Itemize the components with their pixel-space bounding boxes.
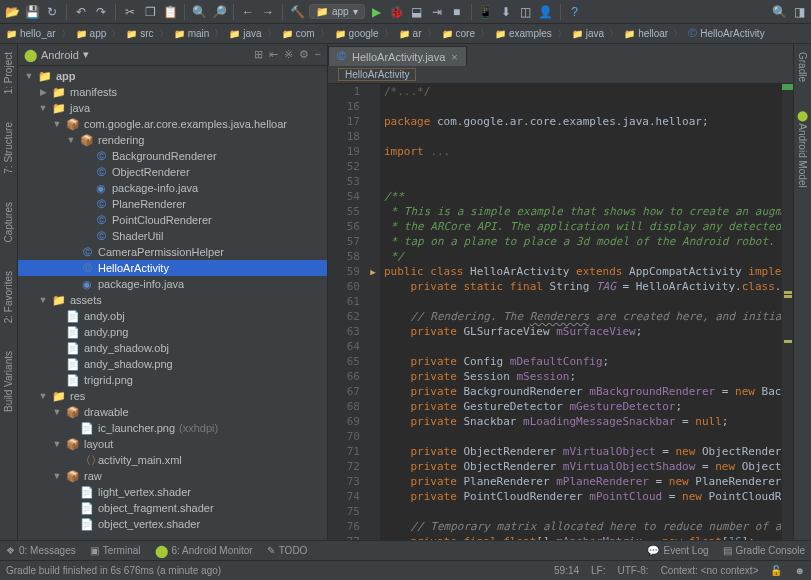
run-config-selector[interactable]: 📁app ▾ (309, 4, 365, 19)
encoding[interactable]: UTF-8: (618, 565, 649, 576)
tree-item[interactable]: ▼📁assets (18, 292, 327, 308)
editor-tab[interactable]: Ⓒ HelloArActivity.java × (328, 46, 467, 66)
tree-item[interactable]: 📄andy.png (18, 324, 327, 340)
tool-window-button[interactable]: Captures (2, 198, 15, 247)
sdk-icon[interactable]: ⬇ (498, 4, 514, 20)
tree-item[interactable]: 📄object_fragment.shader (18, 500, 327, 516)
breadcrumb-item[interactable]: 📁ar (399, 28, 422, 39)
error-stripe[interactable] (781, 84, 793, 540)
tree-item[interactable]: ▶📁manifests (18, 84, 327, 100)
cursor-position[interactable]: 59:14 (554, 565, 579, 576)
breadcrumb-item[interactable]: 📁app (76, 28, 107, 39)
forward-icon[interactable]: → (260, 4, 276, 20)
replace-icon[interactable]: 🔎 (211, 4, 227, 20)
tree-item[interactable]: 📄light_vertex.shader (18, 484, 327, 500)
context[interactable]: Context: <no context> (661, 565, 759, 576)
tree-item[interactable]: ▼📁java (18, 100, 327, 116)
find-icon[interactable]: 🔍 (191, 4, 207, 20)
breadcrumb-item[interactable]: 📁helloar (624, 28, 668, 39)
todo-tool[interactable]: ✎ TODO (267, 545, 308, 556)
search-everywhere-icon[interactable]: 🔍 (771, 4, 787, 20)
sync-icon[interactable]: ↻ (44, 4, 60, 20)
make-icon[interactable]: 🔨 (289, 4, 305, 20)
paste-icon[interactable]: 📋 (162, 4, 178, 20)
tree-item[interactable]: ⒸPlaneRenderer (18, 196, 327, 212)
layout-inspector-icon[interactable]: ◫ (518, 4, 534, 20)
code-content[interactable]: /*...*/ package com.google.ar.core.examp… (380, 84, 781, 540)
line-separator[interactable]: LF: (591, 565, 605, 576)
hide-icon[interactable]: − (315, 48, 321, 61)
flatten-icon[interactable]: ⊞ (254, 48, 263, 61)
save-icon[interactable]: 💾 (24, 4, 40, 20)
stop-icon[interactable]: ■ (449, 4, 465, 20)
breadcrumb-item[interactable]: 📁src (126, 28, 153, 39)
tree-item[interactable]: ▼📦com.google.ar.core.examples.java.hello… (18, 116, 327, 132)
tree-item[interactable]: ◉package-info.java (18, 276, 327, 292)
tool-window-button[interactable]: Gradle (796, 48, 809, 86)
back-icon[interactable]: ← (240, 4, 256, 20)
breadcrumb-item[interactable]: 📁java (572, 28, 604, 39)
breadcrumb-item[interactable]: 📁google (335, 28, 379, 39)
tree-item[interactable]: 〈〉activity_main.xml (18, 452, 327, 468)
gradle-console-tool[interactable]: ▤ Gradle Console (723, 545, 805, 556)
lock-icon[interactable]: 🔓 (770, 565, 782, 576)
open-icon[interactable]: 📂 (4, 4, 20, 20)
run-icon[interactable]: ▶ (369, 4, 385, 20)
breadcrumb-item[interactable]: ⒸHelloArActivity (688, 27, 764, 40)
breadcrumb-item[interactable]: 📁com (282, 28, 315, 39)
tree-item[interactable]: 📄trigrid.png (18, 372, 327, 388)
tree-item[interactable]: ⒸShaderUtil (18, 228, 327, 244)
tree-item[interactable]: ▼📦rendering (18, 132, 327, 148)
tree-item[interactable]: ▼📁app (18, 68, 327, 84)
tool-window-button[interactable]: Build Variants (2, 347, 15, 416)
hector-icon[interactable]: ☻ (794, 565, 805, 576)
messages-tool[interactable]: ❖ 0: Messages (6, 545, 76, 556)
breadcrumb-item[interactable]: 📁hello_ar (6, 28, 56, 39)
project-tree[interactable]: ▼📁app▶📁manifests▼📁java▼📦com.google.ar.co… (18, 66, 327, 540)
tree-item[interactable]: 📄ic_launcher.png (xxhdpi) (18, 420, 327, 436)
collapse-icon[interactable]: ⇤ (269, 48, 278, 61)
attach-icon[interactable]: ⇥ (429, 4, 445, 20)
tree-item[interactable]: 📄andy.obj (18, 308, 327, 324)
tool-window-button[interactable]: 1: Project (2, 48, 15, 98)
crumb-class[interactable]: HelloArActivity (338, 68, 416, 81)
tree-item[interactable]: ⒸObjectRenderer (18, 164, 327, 180)
cut-icon[interactable]: ✂ (122, 4, 138, 20)
android-monitor-tool[interactable]: ⬤ 6: Android Monitor (155, 544, 253, 558)
terminal-tool[interactable]: ▣ Terminal (90, 545, 141, 556)
autoscroll-icon[interactable]: ※ (284, 48, 293, 61)
help-icon[interactable]: ? (567, 4, 583, 20)
debug-icon[interactable]: 🐞 (389, 4, 405, 20)
profile-icon[interactable]: ⬓ (409, 4, 425, 20)
tool-window-button[interactable]: ⬤ Android Model (796, 106, 809, 192)
tree-item[interactable]: ⒸBackgroundRenderer (18, 148, 327, 164)
breadcrumb-item[interactable]: 📁main (174, 28, 210, 39)
breadcrumb-item[interactable]: 📁core (442, 28, 475, 39)
tree-item[interactable]: ▼📦drawable (18, 404, 327, 420)
android-profiler-icon[interactable]: 👤 (538, 4, 554, 20)
line-gutter[interactable]: 1161718195253545556575859606162636465666… (328, 84, 366, 540)
breadcrumb-item[interactable]: 📁java (229, 28, 261, 39)
tree-item[interactable]: ⒸCameraPermissionHelper (18, 244, 327, 260)
tree-item[interactable]: ▼📦raw (18, 468, 327, 484)
tree-item[interactable]: 📄andy_shadow.png (18, 356, 327, 372)
avd-icon[interactable]: 📱 (478, 4, 494, 20)
undo-icon[interactable]: ↶ (73, 4, 89, 20)
close-tab-icon[interactable]: × (451, 51, 457, 63)
view-selector[interactable]: ⬤Android ▾ (24, 48, 89, 62)
gutter-icons[interactable]: ▶ (366, 84, 380, 540)
event-log-tool[interactable]: 💬 Event Log (647, 545, 708, 556)
redo-icon[interactable]: ↷ (93, 4, 109, 20)
tree-item[interactable]: ▼📁res (18, 388, 327, 404)
tree-item[interactable]: 📄andy_shadow.obj (18, 340, 327, 356)
tool-window-button[interactable]: 2: Favorites (2, 267, 15, 327)
gear-icon[interactable]: ⚙ (299, 48, 309, 61)
tree-item[interactable]: ⒸHelloArActivity (18, 260, 327, 276)
tree-item[interactable]: ▼📦layout (18, 436, 327, 452)
copy-icon[interactable]: ❐ (142, 4, 158, 20)
tree-item[interactable]: ◉package-info.java (18, 180, 327, 196)
toggle-view-icon[interactable]: ◨ (791, 4, 807, 20)
tree-item[interactable]: ⒸPointCloudRenderer (18, 212, 327, 228)
tool-window-button[interactable]: 7: Structure (2, 118, 15, 178)
tree-item[interactable]: 📄object_vertex.shader (18, 516, 327, 532)
